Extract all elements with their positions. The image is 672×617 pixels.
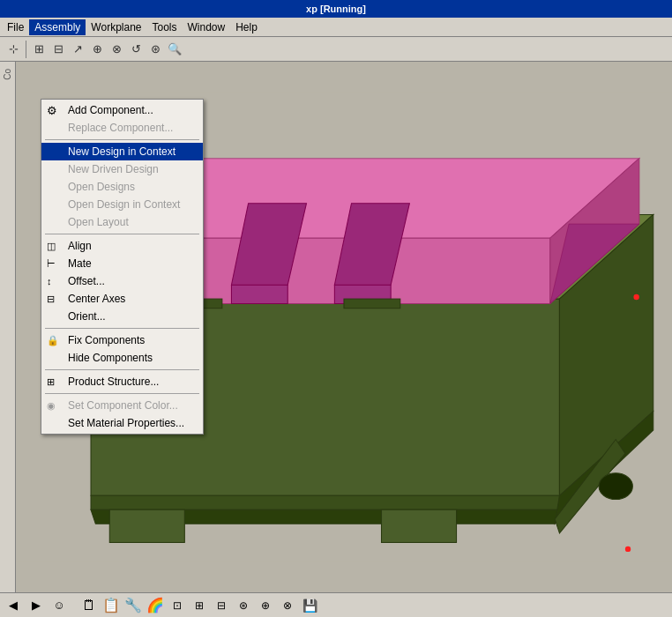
svg-marker-14: [91, 495, 559, 509]
toolbar-sep-1: [26, 41, 26, 58]
status-icon-3[interactable]: 🔧: [123, 596, 143, 615]
status-icons-group: 🗒 📋 🔧 🌈 ⊡ ⊞ ⊟ ⊛ ⊕ ⊗ 💾: [79, 596, 668, 615]
svg-rect-17: [109, 509, 184, 542]
menu-item-assembly[interactable]: Assembly: [29, 19, 86, 35]
menu-bar: File Assembly Workplane Tools Window Hel…: [0, 18, 672, 37]
menu-item-file[interactable]: File: [2, 19, 29, 35]
dd-offset[interactable]: ↕ Offset...: [41, 272, 203, 290]
status-forward-btn[interactable]: ▶: [26, 596, 46, 615]
dd-sep-3: [45, 328, 199, 329]
main-area: Co: [0, 62, 672, 592]
toolbar-btn-4[interactable]: ↗: [68, 40, 87, 59]
menu-item-window[interactable]: Window: [183, 19, 231, 35]
dd-hide-components[interactable]: Hide Components: [41, 349, 203, 367]
dd-open-designs: Open Designs: [41, 178, 203, 196]
status-icon-9[interactable]: ⊕: [256, 596, 275, 615]
toolbar-btn-1[interactable]: ⊹: [4, 40, 23, 59]
dd-center-axes[interactable]: ⊟ Center Axes: [41, 290, 203, 308]
title-bar: xp [Running]: [0, 0, 672, 18]
dd-mate[interactable]: ⊢ Mate: [41, 255, 203, 272]
center-axes-icon: ⊟: [47, 294, 55, 305]
status-icon-8[interactable]: ⊛: [234, 596, 253, 615]
dd-sep-5: [45, 393, 199, 394]
dd-sep-2: [45, 234, 199, 234]
status-icon-5[interactable]: ⊡: [168, 596, 187, 615]
status-face-btn[interactable]: ☺: [49, 596, 69, 615]
left-panel: Co: [0, 62, 16, 592]
toolbar-btn-7[interactable]: ↺: [126, 40, 146, 59]
dd-product-structure[interactable]: ⊞ Product Structure...: [41, 373, 203, 390]
color-icon: ◉: [47, 400, 56, 412]
dd-replace-component: Replace Component...: [41, 119, 203, 137]
dd-set-material[interactable]: Set Material Properties...: [41, 414, 203, 432]
add-component-icon: ⚙: [47, 104, 57, 117]
status-icon-1[interactable]: 🗒: [79, 596, 99, 615]
viewport[interactable]: ⚙ Add Component... Replace Component... …: [16, 62, 672, 592]
dd-fix-components[interactable]: 🔒 Fix Components: [41, 331, 203, 349]
title-text: xp [Running]: [306, 4, 366, 14]
svg-point-22: [633, 294, 638, 300]
toolbar-btn-6[interactable]: ⊗: [107, 40, 126, 59]
dd-new-design-context[interactable]: New Design in Context: [41, 143, 203, 160]
toolbar-btn-3[interactable]: ⊟: [49, 40, 68, 59]
dd-sep-1: [45, 139, 199, 140]
dd-new-driven-design: New Driven Design: [41, 160, 203, 178]
status-icon-2[interactable]: 📋: [101, 596, 121, 615]
svg-rect-13: [344, 299, 400, 308]
svg-marker-7: [231, 285, 287, 303]
product-structure-icon: ⊞: [47, 376, 55, 388]
toolbar: ⊹ ⊞ ⊟ ↗ ⊕ ⊗ ↺ ⊛ 🔍: [0, 37, 672, 62]
left-panel-label: Co: [3, 69, 12, 80]
dd-add-component[interactable]: ⚙ Add Component...: [41, 101, 203, 119]
dd-sep-4: [45, 369, 199, 370]
toolbar-btn-8[interactable]: ⊛: [146, 40, 165, 59]
status-bar: ◀ ▶ ☺ 🗒 📋 🔧 🌈 ⊡ ⊞ ⊟ ⊛ ⊕ ⊗ 💾: [0, 592, 672, 617]
dropdown-menu: ⚙ Add Component... Replace Component... …: [41, 99, 204, 435]
status-back-btn[interactable]: ◀: [4, 596, 23, 615]
status-icon-11[interactable]: 💾: [300, 596, 319, 615]
menu-item-tools[interactable]: Tools: [147, 19, 183, 35]
status-icon-10[interactable]: ⊗: [278, 596, 297, 615]
status-icon-6[interactable]: ⊞: [190, 596, 209, 615]
align-icon: ◫: [47, 241, 56, 252]
mate-icon: ⊢: [47, 258, 56, 270]
svg-point-23: [625, 546, 631, 552]
toolbar-btn-2[interactable]: ⊞: [29, 40, 49, 59]
svg-rect-18: [382, 509, 457, 542]
toolbar-btn-5[interactable]: ⊕: [87, 40, 107, 59]
svg-point-20: [599, 473, 632, 500]
dd-open-layout: Open Layout: [41, 213, 203, 231]
dd-open-design-context: Open Design in Context: [41, 196, 203, 213]
menu-item-help[interactable]: Help: [230, 19, 263, 35]
lock-icon: 🔒: [47, 335, 59, 346]
dd-set-component-color: ◉ Set Component Color...: [41, 397, 203, 414]
toolbar-btn-9[interactable]: 🔍: [165, 40, 184, 59]
menu-item-workplane[interactable]: Workplane: [86, 19, 146, 35]
status-icon-4[interactable]: 🌈: [146, 596, 165, 615]
dd-orient[interactable]: Orient...: [41, 308, 203, 325]
offset-icon: ↕: [47, 276, 52, 286]
dd-align[interactable]: ◫ Align: [41, 237, 203, 255]
status-icon-7[interactable]: ⊟: [212, 596, 231, 615]
